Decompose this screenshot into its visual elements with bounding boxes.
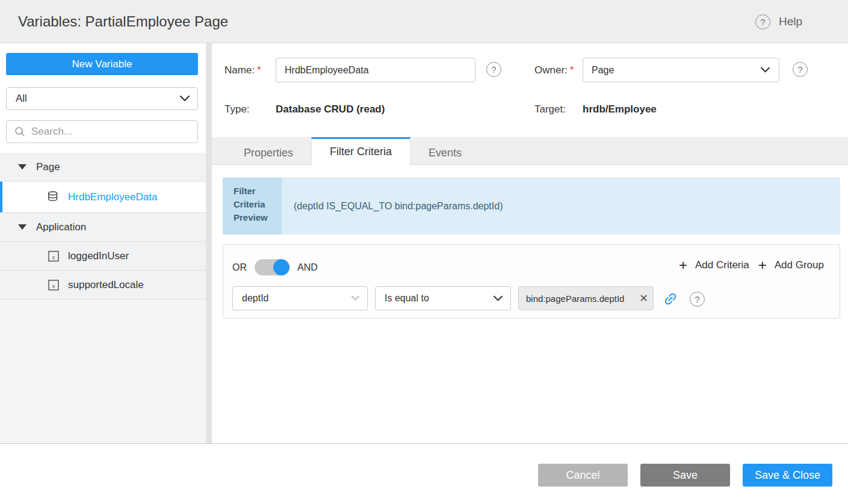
variable-filter-select[interactable]: All <box>6 87 198 110</box>
type-label: Type: <box>224 103 250 115</box>
tree-group-label: Application <box>36 221 86 233</box>
name-label: Name:* <box>224 64 261 76</box>
tree-item-hrdbemployeedata[interactable]: HrdbEmployeeData <box>0 182 206 213</box>
caret-down-icon <box>18 164 26 170</box>
or-label: OR <box>232 262 247 273</box>
sidebar-controls: New Variable All <box>0 43 206 153</box>
help-button[interactable]: ? Help <box>755 0 802 43</box>
static-variable-icon: x <box>47 278 60 292</box>
target-label: Target: <box>534 103 566 115</box>
tree-group-label: Page <box>36 161 60 173</box>
preview-value: (deptId IS_EQUAL_TO bind:pageParams.dept… <box>282 177 840 235</box>
save-and-close-button[interactable]: Save & Close <box>743 464 832 487</box>
new-variable-button[interactable]: New Variable <box>6 53 198 75</box>
tree-item-loggedinuser[interactable]: x loggedInUser <box>0 242 206 271</box>
preview-label: Filter Criteria Preview <box>223 177 282 235</box>
tree-item-label: supportedLocale <box>68 279 144 291</box>
tree-item-label: loggedInUser <box>68 250 129 262</box>
variable-editor-panel: Name:* ? Owner:* Page ? Type: Database C… <box>212 43 848 443</box>
field-select[interactable]: deptId <box>232 286 368 310</box>
owner-label: Owner:* <box>534 64 574 76</box>
tree-group-page[interactable]: Page <box>0 153 206 182</box>
add-criteria-button[interactable]: + Add Criteria <box>679 258 749 272</box>
tree-item-label: HrdbEmployeeData <box>68 191 157 203</box>
chevron-down-icon <box>760 67 770 73</box>
plus-icon: + <box>758 258 767 272</box>
chevron-down-icon <box>179 95 190 102</box>
tab-filter-criteria[interactable]: Filter Criteria <box>311 137 410 165</box>
name-help-icon[interactable]: ? <box>486 62 501 77</box>
add-criteria-label: Add Criteria <box>695 259 749 271</box>
cancel-button[interactable]: Cancel <box>538 464 628 487</box>
help-label: Help <box>779 15 802 28</box>
database-icon <box>47 191 60 204</box>
bound-value-chip[interactable]: bind:pageParams.deptId ✕ <box>518 286 654 310</box>
criteria-builder: OR AND + Add Criteria + Add Group deptId… <box>223 244 840 319</box>
scrollbar-track[interactable] <box>206 43 212 443</box>
or-and-toggle[interactable] <box>255 259 289 275</box>
page-title: Variables: PartialEmployee Page <box>18 13 228 30</box>
add-group-label: Add Group <box>775 259 824 271</box>
dialog-footer: Cancel Save Save & Close <box>0 443 848 504</box>
condition-select[interactable]: Is equal to <box>375 286 511 310</box>
link-icon[interactable] <box>660 288 682 310</box>
field-value: deptId <box>242 293 351 304</box>
chevron-down-icon <box>493 295 503 302</box>
save-button[interactable]: Save <box>640 464 730 487</box>
variables-tree: Page HrdbEmployeeData Application x logg… <box>0 153 206 300</box>
logic-toggle-group: OR AND <box>232 259 318 275</box>
bound-value: bind:pageParams.deptId <box>526 293 638 304</box>
chevron-down-icon <box>351 295 360 301</box>
svg-text:x: x <box>52 253 55 260</box>
tree-item-supportedlocale[interactable]: x supportedLocale <box>0 271 206 300</box>
criteria-actions: + Add Criteria + Add Group <box>679 258 824 272</box>
close-icon[interactable]: ✕ <box>638 292 648 305</box>
search-input[interactable] <box>31 126 191 138</box>
variables-sidebar: New Variable All Page <box>0 43 206 443</box>
type-value: Database CRUD (read) <box>276 103 385 115</box>
owner-help-icon[interactable]: ? <box>793 62 808 77</box>
owner-value: Page <box>592 65 760 76</box>
help-icon: ? <box>755 14 770 29</box>
search-box <box>6 120 198 143</box>
tab-bar: Properties Filter Criteria Events <box>212 137 848 165</box>
required-marker: * <box>570 64 574 76</box>
tab-properties[interactable]: Properties <box>226 137 311 165</box>
search-icon <box>14 126 25 137</box>
required-marker: * <box>257 64 261 76</box>
criteria-help-icon[interactable]: ? <box>690 292 705 307</box>
tree-group-application[interactable]: Application <box>0 213 206 242</box>
add-group-button[interactable]: + Add Group <box>758 258 824 272</box>
caret-down-icon <box>18 224 26 230</box>
target-value: hrdb/Employee <box>583 103 657 115</box>
toggle-knob <box>273 259 289 275</box>
and-label: AND <box>297 262 318 273</box>
svg-text:x: x <box>52 282 55 289</box>
filter-criteria-preview: Filter Criteria Preview (deptId IS_EQUAL… <box>223 177 840 235</box>
owner-select[interactable]: Page <box>583 58 779 82</box>
tab-events[interactable]: Events <box>410 137 480 165</box>
variable-filter-value: All <box>16 93 179 105</box>
dialog-header: Variables: PartialEmployee Page ? Help <box>0 0 848 43</box>
plus-icon: + <box>679 258 687 272</box>
static-variable-icon: x <box>47 250 60 263</box>
name-input[interactable] <box>276 58 475 82</box>
condition-value: Is equal to <box>385 293 493 304</box>
